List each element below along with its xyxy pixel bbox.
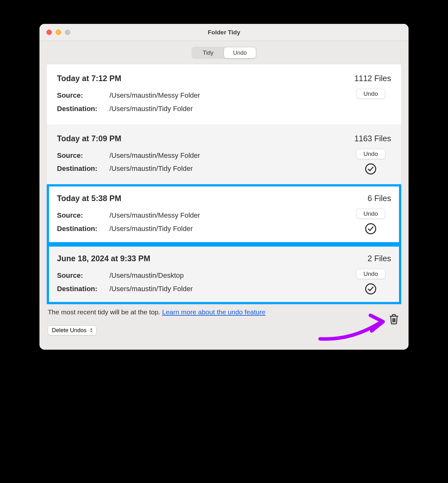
undo-button[interactable]: Undo [356,89,385,99]
entry-text: Source:Destination:/Users/maustin/Messy … [57,89,346,116]
source-label: Source: [57,269,109,282]
undo-entry[interactable]: June 18, 2024 at 9:33 PM2 FilesSource:De… [47,244,401,304]
checkmark-circle-icon [365,223,377,235]
source-value: /Users/maustin/Messy Folder [109,209,346,222]
footer-message: The most recent tidy will be at the top. [48,308,162,316]
source-label: Source: [57,209,109,222]
checkmark-circle-icon [365,283,377,295]
entry-filecount: 6 Files [368,194,391,203]
entry-timestamp: Today at 7:12 PM [57,74,121,83]
tab-tidy[interactable]: Tidy [192,47,224,58]
entry-body: Source:Destination:/Users/maustin/Deskto… [57,269,391,296]
entry-controls: Undo [350,149,391,176]
entry-text: Source:Destination:/Users/maustin/Deskto… [57,269,346,296]
entry-body: Source:Destination:/Users/maustin/Messy … [57,149,391,176]
tab-undo[interactable]: Undo [224,47,256,58]
entry-controls: Undo [350,269,391,296]
minimize-window-button[interactable] [56,30,61,35]
undo-entry[interactable]: Today at 7:12 PM1112 FilesSource:Destina… [47,64,401,124]
source-value: /Users/maustin/Messy Folder [109,89,346,102]
learn-more-link[interactable]: Learn more about the undo feature [162,308,266,316]
entry-body: Source:Destination:/Users/maustin/Messy … [57,209,391,235]
svg-point-2 [366,284,376,294]
entry-filecount: 2 Files [368,254,391,263]
source-label: Source: [57,89,109,102]
trash-icon[interactable] [388,313,400,326]
entry-header: June 18, 2024 at 9:33 PM2 Files [57,254,391,263]
entry-header: Today at 5:38 PM6 Files [57,194,391,203]
source-label: Source: [57,149,109,162]
checkmark-circle-icon [365,163,377,175]
delete-undos-select[interactable]: Delete Undos [48,326,96,335]
delete-undos-select-label: Delete Undos [52,327,87,333]
entry-timestamp: Today at 5:38 PM [57,194,121,203]
content-area: Tidy Undo Today at 7:12 PM1112 FilesSour… [39,41,409,350]
undo-button[interactable]: Undo [356,149,385,159]
undo-button[interactable]: Undo [356,269,385,279]
undo-entry[interactable]: Today at 7:09 PM1163 FilesSource:Destina… [47,124,401,185]
undo-entry[interactable]: Today at 5:38 PM6 FilesSource:Destinatio… [47,184,401,244]
zoom-window-button[interactable] [65,30,70,35]
entry-controls: Undo [350,209,391,235]
source-value: /Users/maustin/Messy Folder [109,149,346,162]
entry-text: Source:Destination:/Users/maustin/Messy … [57,209,346,235]
entry-header: Today at 7:12 PM1112 Files [57,74,391,83]
trash-area [318,319,400,341]
undo-list: Today at 7:12 PM1112 FilesSource:Destina… [46,64,402,304]
window-title: Folder Tidy [39,29,409,36]
destination-value: /Users/maustin/Tidy Folder [109,282,346,296]
destination-label: Destination: [57,162,109,175]
close-window-button[interactable] [46,30,52,35]
footer-row: Delete Undos [46,319,402,343]
svg-point-0 [366,164,376,174]
annotation-arrow [317,310,390,342]
traffic-lights [39,30,70,35]
entry-timestamp: Today at 7:09 PM [57,134,121,143]
entry-filecount: 1112 Files [354,74,391,83]
undo-button[interactable]: Undo [356,209,385,219]
entry-filecount: 1163 Files [354,134,391,143]
destination-label: Destination: [57,222,109,235]
entry-body: Source:Destination:/Users/maustin/Messy … [57,89,391,116]
segmented-control: Tidy Undo [46,47,402,59]
entry-header: Today at 7:09 PM1163 Files [57,134,391,143]
entry-text: Source:Destination:/Users/maustin/Messy … [57,149,346,176]
app-window: Folder Tidy Tidy Undo Today at 7:12 PM11… [39,24,409,350]
entry-timestamp: June 18, 2024 at 9:33 PM [57,254,150,263]
destination-value: /Users/maustin/Tidy Folder [109,162,346,175]
source-value: /Users/maustin/Desktop [109,269,346,282]
titlebar: Folder Tidy [39,24,409,41]
segmented-control-inner: Tidy Undo [192,47,256,59]
destination-label: Destination: [57,102,109,116]
destination-value: /Users/maustin/Tidy Folder [109,222,346,235]
destination-value: /Users/maustin/Tidy Folder [109,102,346,116]
destination-label: Destination: [57,282,109,296]
svg-point-1 [366,224,376,234]
entry-controls: Undo [350,89,391,116]
